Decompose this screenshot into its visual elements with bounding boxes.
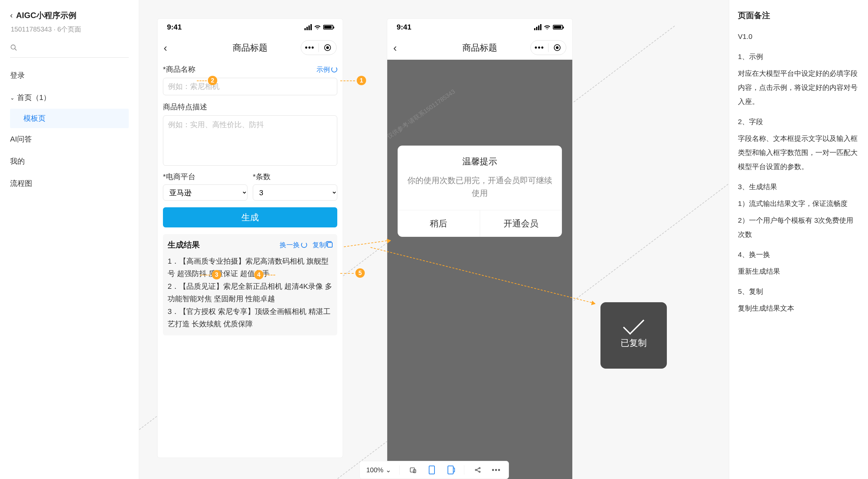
canvas-area[interactable]: 9:41 ‹ 商品标题 ••• *商品名称 bbox=[139, 0, 729, 479]
project-subtitle: 15011785343 · 6个页面 bbox=[10, 25, 129, 34]
annotation-line bbox=[265, 275, 275, 275]
svg-line-8 bbox=[476, 470, 479, 472]
notes-line: 复制生成结果文本 bbox=[738, 301, 859, 315]
nav-template[interactable]: 模板页 bbox=[10, 109, 129, 128]
more-icon[interactable]: ••• bbox=[491, 465, 502, 475]
field-label-count: *条数 bbox=[253, 172, 337, 182]
dialog-message: 你的使用次数已用完，开通会员即可继续使用 bbox=[398, 174, 562, 210]
notes-line: 2）一个用户每个模板有 3次免费使用次数 bbox=[738, 213, 859, 241]
notes-title: 页面备注 bbox=[738, 10, 859, 21]
annotation-arrow bbox=[344, 240, 391, 247]
notes-line: 1、示例 bbox=[738, 50, 859, 64]
share-icon[interactable] bbox=[472, 465, 483, 475]
notes-line: 重新生成结果 bbox=[738, 264, 859, 278]
dialog: 温馨提示 你的使用次数已用完，开通会员即可继续使用 稍后 开通会员 bbox=[398, 146, 562, 237]
wifi-icon bbox=[544, 23, 551, 32]
battery-icon bbox=[323, 25, 333, 30]
result-item: 3．【官方授权 索尼专享】顶级全画幅相机 精湛工艺打造 长效续航 优质保障 bbox=[167, 305, 333, 330]
notes-line: 2、字段 bbox=[738, 115, 859, 129]
zoom-level[interactable]: 100% ⌄ bbox=[366, 466, 391, 474]
signal-icon bbox=[534, 24, 541, 30]
notes-line: 对应在大模型平台中设定好的必填字段内容，点击示例，将设定好的内容对号入座。 bbox=[738, 66, 859, 109]
result-item: 2．【品质见证】索尼全新正品相机 超清4K录像 多功能智能对焦 坚固耐用 性能卓… bbox=[167, 280, 333, 305]
field-label-name: *商品名称 bbox=[163, 64, 195, 74]
search-icon bbox=[10, 44, 18, 53]
refresh-button[interactable]: 换一换 bbox=[280, 240, 307, 249]
miniprogram-capsule[interactable]: ••• bbox=[530, 40, 566, 55]
result-body: 1．【高画质专业拍摄】索尼高清数码相机 旗舰型号 超强防抖 质量保证 超值入手 … bbox=[167, 255, 333, 330]
copy-icon bbox=[327, 242, 333, 247]
result-item: 1．【高画质专业拍摄】索尼高清数码相机 旗舰型号 超强防抖 质量保证 超值入手 bbox=[167, 255, 333, 280]
annotation-line bbox=[197, 81, 207, 81]
notes-line: 字段名称、文本框提示文字以及输入框类型和输入框字数范围，一对一匹配大模型平台设置… bbox=[738, 131, 859, 174]
nav-home-group[interactable]: ⌄ 首页（1） bbox=[10, 87, 129, 109]
annotation-marker-3: 3 bbox=[212, 270, 221, 279]
notes-line: 4、换一换 bbox=[738, 247, 859, 262]
field-label-desc: 商品特点描述 bbox=[163, 102, 207, 112]
nav-mine[interactable]: 我的 bbox=[10, 150, 129, 172]
device-phone-wide-icon[interactable] bbox=[445, 465, 456, 475]
annotation-marker-2: 2 bbox=[208, 76, 217, 85]
dialog-later-button[interactable]: 稍后 bbox=[398, 210, 480, 237]
toast-copied: 已复制 bbox=[600, 302, 667, 369]
product-name-input[interactable] bbox=[163, 78, 337, 95]
annotation-line bbox=[340, 81, 355, 81]
right-panel: 页面备注 V1.0 1、示例 对应在大模型平台中设定好的必填字段内容，点击示例，… bbox=[729, 0, 868, 479]
back-icon[interactable]: ‹ bbox=[10, 11, 13, 20]
device-responsive-icon[interactable] bbox=[408, 465, 418, 475]
notes-line: 1）流式输出结果文字，保证流畅度 bbox=[738, 197, 859, 211]
phone-mockup-1: 9:41 ‹ 商品标题 ••• *商品名称 bbox=[158, 19, 343, 457]
nav-ai-qa[interactable]: AI问答 bbox=[10, 128, 129, 150]
copy-button[interactable]: 复制 bbox=[312, 240, 333, 249]
annotation-marker-1: 1 bbox=[357, 76, 366, 85]
status-bar: 9:41 bbox=[387, 19, 572, 35]
annotation-marker-4: 4 bbox=[254, 270, 264, 279]
refresh-icon bbox=[331, 66, 337, 72]
dialog-open-vip-button[interactable]: 开通会员 bbox=[480, 210, 562, 237]
chevron-down-icon: ⌄ bbox=[385, 466, 391, 474]
field-label-platform: *电商平台 bbox=[163, 172, 247, 182]
chevron-down-icon: ⌄ bbox=[10, 95, 14, 101]
titlebar: ‹ 商品标题 ••• bbox=[387, 35, 572, 60]
example-link[interactable]: 示例 bbox=[316, 65, 337, 74]
svg-point-5 bbox=[479, 468, 480, 469]
copy-label: 复制 bbox=[312, 240, 326, 249]
svg-point-4 bbox=[475, 469, 476, 471]
notes-body: V1.0 1、示例 对应在大模型平台中设定好的必填字段内容，点击示例，将设定好的… bbox=[738, 30, 859, 315]
more-icon[interactable]: ••• bbox=[531, 40, 548, 55]
refresh-label: 换一换 bbox=[280, 240, 300, 249]
generate-button[interactable]: 生成 bbox=[163, 207, 337, 228]
wifi-icon bbox=[314, 23, 321, 32]
notes-line: V1.0 bbox=[738, 30, 859, 43]
more-icon[interactable]: ••• bbox=[301, 40, 318, 55]
dialog-title: 温馨提示 bbox=[398, 146, 562, 174]
watermark: 仅供参考-请联系15011785343 bbox=[387, 88, 457, 141]
status-bar: 9:41 bbox=[158, 19, 343, 35]
count-select[interactable]: 3 bbox=[253, 184, 337, 201]
platform-select[interactable]: 亚马逊 bbox=[163, 184, 247, 201]
toolbar-divider bbox=[464, 465, 464, 475]
notes-line: 3、生成结果 bbox=[738, 180, 859, 194]
bottom-toolbar: 100% ⌄ ••• bbox=[359, 461, 508, 479]
phone-mockup-2: 9:41 ‹ 商品标题 ••• 仅供参考-请联系15011785343 bbox=[387, 19, 572, 479]
status-time: 9:41 bbox=[397, 23, 411, 32]
nav-home-label: 首页（1） bbox=[17, 93, 51, 102]
product-desc-textarea[interactable] bbox=[163, 115, 337, 166]
close-icon[interactable] bbox=[319, 40, 336, 55]
search-input[interactable] bbox=[10, 44, 129, 58]
nav-login[interactable]: 登录 bbox=[10, 64, 129, 87]
svg-line-7 bbox=[476, 468, 479, 470]
phone2-dimmed-content: 仅供参考-请联系15011785343 温馨提示 你的使用次数已用完，开通会员即… bbox=[387, 60, 572, 479]
status-time: 9:41 bbox=[167, 23, 182, 32]
svg-line-1 bbox=[15, 49, 17, 51]
miniprogram-capsule[interactable]: ••• bbox=[301, 40, 337, 55]
refresh-icon bbox=[301, 242, 307, 248]
titlebar: ‹ 商品标题 ••• bbox=[158, 35, 343, 60]
annotation-line bbox=[340, 273, 354, 274]
check-icon bbox=[623, 313, 644, 335]
example-link-text: 示例 bbox=[316, 65, 330, 74]
toolbar-divider bbox=[399, 465, 400, 475]
close-icon[interactable] bbox=[549, 40, 566, 55]
nav-flowchart[interactable]: 流程图 bbox=[10, 172, 129, 194]
device-phone-icon[interactable] bbox=[427, 465, 437, 475]
